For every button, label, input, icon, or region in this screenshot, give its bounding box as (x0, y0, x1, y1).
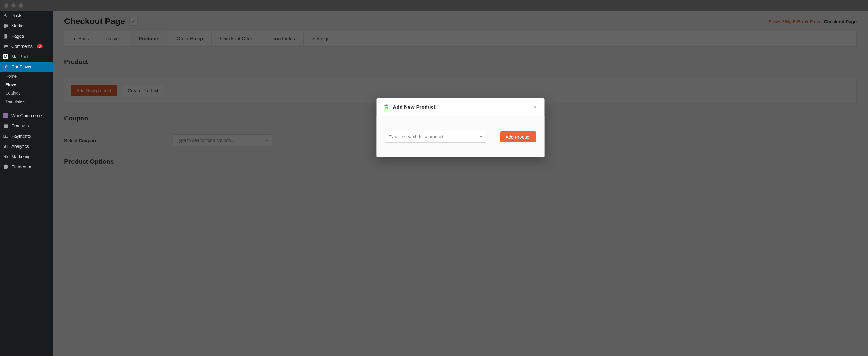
sidebar-item-pages[interactable]: Pages (0, 31, 53, 41)
pin-icon (3, 13, 8, 19)
svg-rect-4 (4, 147, 4, 148)
mailpoet-icon: M (3, 54, 8, 59)
comment-icon (3, 44, 8, 49)
sidebar-item-posts[interactable]: Posts (0, 10, 53, 21)
window-titlebar (0, 0, 868, 10)
sidebar-item-label: Pages (11, 34, 24, 38)
modal-overlay[interactable] (53, 10, 868, 356)
sidebar-item-comments[interactable]: Comments 3 (0, 41, 53, 52)
svg-point-9 (387, 108, 388, 109)
sidebar-item-products[interactable]: Products (0, 121, 53, 131)
add-product-modal: Add New Product × Type to search for a p… (376, 98, 544, 157)
product-search-select[interactable]: Type to search for a product... (385, 131, 486, 143)
add-product-submit-button[interactable]: Add Product (500, 131, 536, 142)
close-window-icon[interactable] (4, 3, 8, 7)
minimize-window-icon[interactable] (11, 3, 16, 7)
modal-title: Add New Product (393, 104, 435, 110)
bars-icon (3, 144, 8, 149)
sidebar-subitem-settings[interactable]: Settings (0, 89, 53, 97)
svg-rect-0 (4, 125, 7, 128)
svg-point-7 (4, 165, 8, 169)
sidebar-item-mailpoet[interactable]: M MailPoet (0, 52, 53, 62)
sidebar-item-woocommerce[interactable]: WooCommerce (0, 110, 53, 121)
close-icon: × (533, 103, 537, 111)
sidebar-subitem-home[interactable]: Home (0, 72, 53, 80)
sidebar-item-label: Payments (11, 134, 31, 138)
woocommerce-icon (3, 113, 8, 118)
sidebar-item-cartflows[interactable]: ⚡ CartFlows (0, 62, 53, 72)
sidebar-item-label: CartFlows (11, 64, 31, 69)
sidebar-item-label: Products (11, 124, 29, 128)
sidebar-item-label: Comments (11, 44, 33, 49)
sidebar-subitem-templates[interactable]: Templates (0, 97, 53, 106)
maximize-window-icon[interactable] (19, 3, 23, 7)
sidebar-item-media[interactable]: Media (0, 21, 53, 31)
svg-rect-6 (7, 144, 7, 148)
elementor-icon (3, 164, 8, 169)
sidebar-item-label: Media (11, 24, 24, 28)
box-icon (3, 123, 8, 129)
product-search-placeholder: Type to search for a product... (389, 134, 447, 139)
sidebar-item-label: Posts (11, 13, 22, 18)
sidebar-item-elementor[interactable]: Elementor (0, 162, 53, 172)
megaphone-icon (3, 154, 8, 159)
comments-count-badge: 3 (37, 44, 43, 48)
cartflows-icon: ⚡ (3, 64, 8, 70)
media-icon (3, 23, 8, 29)
main-content: Checkout Page Flows / My E-Book Flow / C… (53, 10, 868, 356)
cartflows-logo-icon (382, 103, 389, 111)
sidebar-item-label: WooCommerce (11, 113, 41, 118)
cash-icon: $ (3, 133, 8, 139)
modal-close-button[interactable]: × (532, 103, 538, 111)
svg-text:$: $ (5, 135, 6, 138)
sidebar-item-label: Marketing (11, 154, 31, 159)
sidebar-item-label: MailPoet (11, 54, 28, 59)
svg-rect-5 (5, 145, 6, 148)
admin-sidebar: Posts Media Pages Comments 3 M MailPoet … (0, 10, 53, 356)
sidebar-item-label: Elementor (11, 164, 31, 169)
pages-icon (3, 33, 8, 39)
sidebar-item-analytics[interactable]: Analytics (0, 141, 53, 152)
sidebar-item-label: Analytics (11, 144, 29, 149)
svg-point-8 (385, 108, 386, 109)
sidebar-subitem-flows[interactable]: Flows (0, 80, 53, 89)
sidebar-item-marketing[interactable]: Marketing (0, 152, 53, 162)
chevron-down-icon (476, 133, 483, 140)
sidebar-item-payments[interactable]: $ Payments (0, 131, 53, 141)
svg-rect-1 (4, 124, 7, 124)
